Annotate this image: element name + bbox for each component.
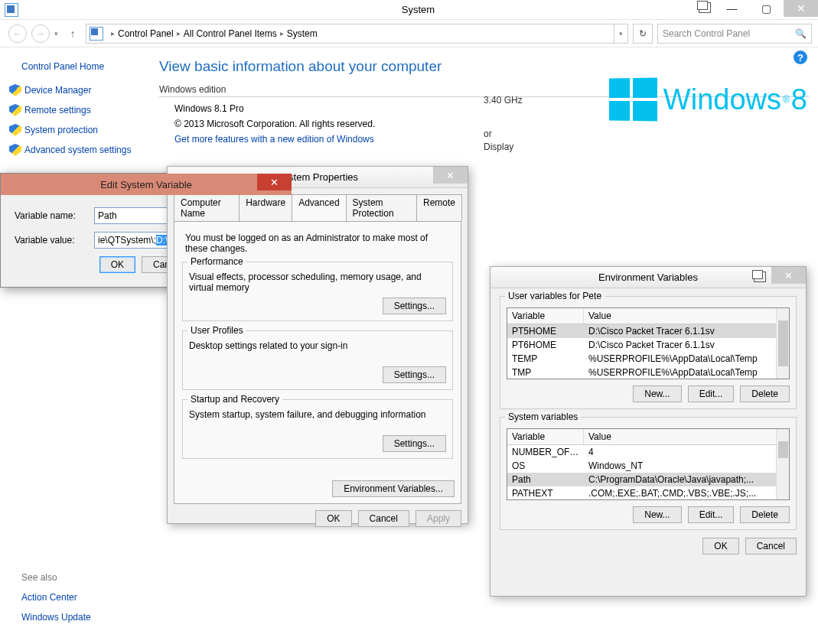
breadcrumb-control-panel[interactable]: Control Panel [118, 28, 174, 39]
page-title: View basic information about your comput… [159, 58, 809, 75]
new-user-var-button[interactable]: New... [633, 385, 681, 402]
scrollbar[interactable] [776, 308, 789, 379]
ok-button[interactable]: OK [99, 256, 135, 273]
control-panel-home-link[interactable]: Control Panel Home [21, 61, 144, 72]
sidebar-item-system-protection[interactable]: System protection [9, 124, 144, 136]
startup-recovery-group: Startup and Recovery System startup, sys… [182, 399, 453, 459]
tab-remote[interactable]: Remote [416, 194, 462, 221]
table-row[interactable]: NUMBER_OF_P...4 [507, 445, 789, 459]
edit-sys-var-button[interactable]: Edit... [688, 506, 735, 523]
delete-user-var-button[interactable]: Delete [740, 385, 790, 402]
scrollbar[interactable] [776, 429, 789, 499]
close-button[interactable]: ✕ [771, 267, 806, 284]
performance-group: Performance Visual effects, processor sc… [182, 262, 453, 321]
system-variables-section: System variables Variable Value NUMBER_O… [500, 417, 797, 530]
forward-button[interactable]: → [31, 24, 50, 43]
system-variables-table[interactable]: Variable Value NUMBER_OF_P...4 OSWindows… [507, 428, 790, 500]
partial-system-specs: 3.40 GHz or Display [484, 95, 523, 154]
new-sys-var-button[interactable]: New... [633, 506, 681, 523]
close-button[interactable]: ✕ [784, 0, 818, 17]
tab-system-protection[interactable]: System Protection [346, 194, 417, 221]
sidebar-item-remote-settings[interactable]: Remote settings [9, 104, 144, 116]
close-button[interactable]: ✕ [433, 167, 468, 184]
help-icon[interactable]: ? [794, 50, 807, 64]
side-panel: Control Panel Home Device Manager Remote… [0, 47, 153, 173]
table-row[interactable]: PT5HOMED:\Cisco Packet Tracer 6.1.1sv [507, 324, 789, 338]
maximize-button[interactable]: ▢ [749, 0, 784, 17]
history-dropdown[interactable]: ▾ [52, 24, 60, 43]
tab-computer-name[interactable]: Computer Name [174, 194, 240, 221]
group-title: User Profiles [187, 325, 246, 336]
column-variable[interactable]: Variable [507, 308, 584, 324]
action-center-link[interactable]: Action Center [21, 592, 91, 603]
group-desc: System startup, system failure, and debu… [189, 409, 446, 420]
breadcrumb-system[interactable]: System [287, 28, 318, 39]
search-icon: 🔍 [795, 28, 807, 39]
table-row[interactable]: PATHEXT.COM;.EXE;.BAT;.CMD;.VBS;.VBE;.JS… [507, 486, 789, 500]
back-button[interactable]: ← [8, 24, 27, 43]
sidebar-item-label: Device Manager [24, 85, 91, 96]
tab-hardware[interactable]: Hardware [239, 194, 292, 221]
refresh-button[interactable]: ↻ [633, 24, 653, 44]
breadcrumb-all-items[interactable]: All Control Panel Items [184, 28, 277, 39]
variable-value-label: Variable value: [15, 235, 94, 246]
close-button[interactable]: ✕ [257, 174, 292, 190]
cancel-button[interactable]: Cancel [745, 538, 797, 555]
performance-settings-button[interactable]: Settings... [383, 298, 446, 314]
table-row[interactable]: PT6HOMED:\Cisco Packet Tracer 6.1.1sv [507, 338, 789, 352]
minimize-button[interactable]: — [715, 0, 749, 17]
shield-icon [9, 124, 21, 136]
dialog-titlebar[interactable]: Edit System Variable ✕ [1, 174, 292, 195]
sidebar-item-advanced-system-settings[interactable]: Advanced system settings [9, 144, 144, 156]
group-desc: Visual effects, processor scheduling, me… [189, 272, 446, 293]
sidebar-item-label: Advanced system settings [24, 145, 131, 155]
user-variables-table[interactable]: Variable Value PT5HOMED:\Cisco Packet Tr… [507, 307, 790, 379]
ok-button[interactable]: OK [702, 538, 738, 555]
shield-icon [9, 84, 21, 96]
section-title: User variables for Pete [505, 291, 605, 301]
tab-advanced[interactable]: Advanced [292, 194, 346, 221]
environment-variables-dialog: Environment Variables ✕ User variables f… [490, 266, 807, 597]
chevron-right-icon: ▸ [111, 29, 115, 37]
table-row[interactable]: TEMP%USERPROFILE%\AppData\Local\Temp [507, 352, 789, 366]
sidebar-item-label: System protection [24, 125, 98, 135]
table-row[interactable]: PathC:\ProgramData\Oracle\Java\javapath;… [507, 473, 789, 486]
startup-recovery-settings-button[interactable]: Settings... [383, 435, 446, 452]
dialog-title-text: Environment Variables [598, 272, 698, 283]
delete-sys-var-button[interactable]: Delete [740, 506, 790, 523]
user-profiles-group: User Profiles Desktop settings related t… [182, 330, 453, 390]
registered-mark: ® [783, 94, 790, 105]
breadcrumb[interactable]: ▸ Control Panel ▸ All Control Panel Item… [86, 24, 628, 44]
windows-update-link[interactable]: Windows Update [21, 612, 91, 623]
admin-note: You must be logged on as an Administrato… [185, 233, 450, 254]
chevron-right-icon: ▸ [280, 29, 284, 37]
breadcrumb-dropdown[interactable]: ▾ [614, 24, 627, 43]
column-value[interactable]: Value [584, 429, 789, 444]
environment-variables-button[interactable]: Environment Variables... [332, 480, 455, 497]
user-variables-section: User variables for Pete Variable Value P… [500, 296, 797, 409]
restore-window-icon[interactable] [699, 2, 711, 15]
edit-user-var-button[interactable]: Edit... [688, 385, 735, 402]
windows-tiles-icon [609, 78, 657, 122]
variable-name-label: Variable name: [15, 210, 94, 221]
chevron-right-icon: ▸ [177, 29, 181, 37]
restore-window-icon[interactable] [754, 272, 766, 285]
dialog-titlebar[interactable]: Environment Variables ✕ [490, 267, 806, 288]
table-row[interactable]: TMP%USERPROFILE%\AppData\Local\Temp [507, 366, 789, 379]
column-variable[interactable]: Variable [507, 429, 584, 444]
table-row[interactable]: OSWindows_NT [507, 459, 789, 473]
sidebar-item-device-manager[interactable]: Device Manager [9, 84, 144, 96]
user-profiles-settings-button[interactable]: Settings... [383, 366, 446, 383]
up-button[interactable]: ↑ [64, 25, 81, 42]
group-title: Performance [187, 256, 246, 267]
shield-icon [9, 144, 21, 156]
ok-button[interactable]: OK [315, 510, 351, 527]
cancel-button[interactable]: Cancel [358, 510, 409, 527]
search-input[interactable]: Search Control Panel 🔍 [657, 24, 812, 44]
column-value[interactable]: Value [584, 308, 789, 324]
search-placeholder: Search Control Panel [663, 28, 750, 39]
tab-strip: Computer Name Hardware Advanced System P… [174, 194, 461, 221]
section-title: System variables [505, 411, 581, 422]
apply-button[interactable]: Apply [416, 510, 461, 527]
shield-icon [9, 104, 21, 116]
